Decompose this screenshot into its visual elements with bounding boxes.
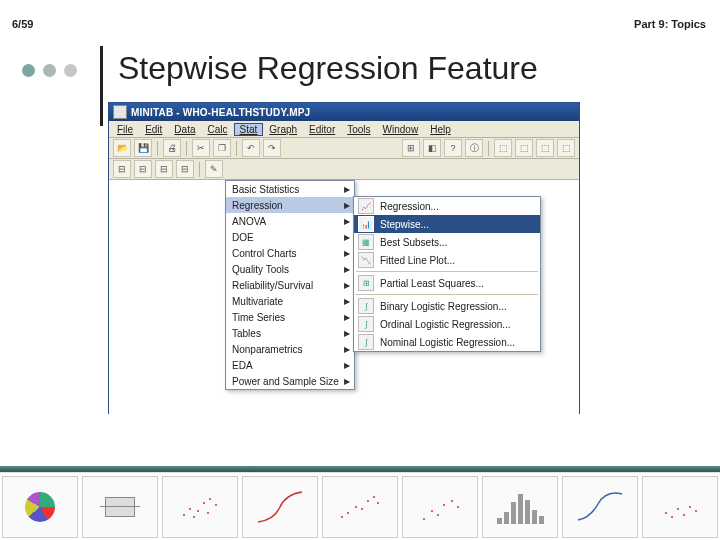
- menu-item-multivariate[interactable]: Multivariate▶: [226, 293, 354, 309]
- menu-label: Calc: [207, 124, 227, 135]
- chevron-right-icon: ▶: [344, 185, 350, 194]
- tool-icon[interactable]: ⬚: [536, 139, 554, 157]
- thumb-box: [82, 476, 158, 538]
- thumb-curve: [242, 476, 318, 538]
- chevron-right-icon: ▶: [344, 265, 350, 274]
- subsets-icon: ▦: [358, 234, 374, 250]
- menu-item-label: Multivariate: [232, 296, 283, 307]
- histogram-icon: [497, 490, 544, 524]
- tool-icon[interactable]: ⊞: [402, 139, 420, 157]
- logistic-icon: ∫: [358, 316, 374, 332]
- menu-editor[interactable]: Editor: [303, 123, 341, 136]
- menu-item-eda[interactable]: EDA▶: [226, 357, 354, 373]
- menu-label: Editor: [309, 124, 335, 135]
- submenu-item-fitted-line[interactable]: 📉Fitted Line Plot...: [354, 251, 540, 269]
- menu-item-power[interactable]: Power and Sample Size▶: [226, 373, 354, 389]
- menu-label: Stat: [240, 124, 258, 135]
- menu-item-label: Nonparametrics: [232, 344, 303, 355]
- submenu-item-label: Best Subsets...: [380, 237, 447, 248]
- submenu-item-label: Stepwise...: [380, 219, 429, 230]
- menu-item-nonparametrics[interactable]: Nonparametrics▶: [226, 341, 354, 357]
- chevron-right-icon: ▶: [344, 217, 350, 226]
- submenu-item-label: Partial Least Squares...: [380, 278, 484, 289]
- scatter-icon: [417, 490, 463, 524]
- menu-item-label: EDA: [232, 360, 253, 371]
- submenu-item-label: Binary Logistic Regression...: [380, 301, 507, 312]
- redo-icon[interactable]: ↷: [263, 139, 281, 157]
- menu-calc[interactable]: Calc: [201, 123, 233, 136]
- submenu-item-best-subsets[interactable]: ▦Best Subsets...: [354, 233, 540, 251]
- undo-icon[interactable]: ↶: [242, 139, 260, 157]
- scatter-icon: [657, 490, 703, 524]
- submenu-item-binary-logistic[interactable]: ∫Binary Logistic Regression...: [354, 297, 540, 315]
- tool-icon[interactable]: ◧: [423, 139, 441, 157]
- menu-item-tables[interactable]: Tables▶: [226, 325, 354, 341]
- submenu-item-label: Nominal Logistic Regression...: [380, 337, 515, 348]
- menu-item-quality-tools[interactable]: Quality Tools▶: [226, 261, 354, 277]
- toolbar-secondary: ⊟ ⊟ ⊟ ⊟ ✎: [109, 159, 579, 180]
- menu-file[interactable]: File: [111, 123, 139, 136]
- menu-item-control-charts[interactable]: Control Charts▶: [226, 245, 354, 261]
- tool-icon[interactable]: ⬚: [494, 139, 512, 157]
- separator: [356, 294, 538, 295]
- slide-title: Stepwise Regression Feature: [118, 50, 538, 87]
- menu-item-label: Power and Sample Size: [232, 376, 339, 387]
- tool-icon[interactable]: ⊟: [176, 160, 194, 178]
- submenu-item-stepwise[interactable]: 📊Stepwise...: [354, 215, 540, 233]
- tool-icon[interactable]: ⊟: [113, 160, 131, 178]
- menu-help[interactable]: Help: [424, 123, 457, 136]
- menu-item-label: Quality Tools: [232, 264, 289, 275]
- menu-label: Graph: [269, 124, 297, 135]
- save-icon[interactable]: 💾: [134, 139, 152, 157]
- stat-menu: Basic Statistics▶ Regression▶ ANOVA▶ DOE…: [225, 180, 355, 390]
- app-icon: [113, 105, 127, 119]
- submenu-item-regression[interactable]: 📈Regression...: [354, 197, 540, 215]
- menu-edit[interactable]: Edit: [139, 123, 168, 136]
- menu-item-label: ANOVA: [232, 216, 266, 227]
- menu-graph[interactable]: Graph: [263, 123, 303, 136]
- submenu-item-nominal-logistic[interactable]: ∫Nominal Logistic Regression...: [354, 333, 540, 351]
- open-icon[interactable]: 📂: [113, 139, 131, 157]
- menu-item-doe[interactable]: DOE▶: [226, 229, 354, 245]
- tool-icon[interactable]: ⬚: [515, 139, 533, 157]
- separator: [186, 141, 187, 156]
- line-plot-icon: 📉: [358, 252, 374, 268]
- tool-icon[interactable]: ⊟: [155, 160, 173, 178]
- menu-label: Window: [383, 124, 419, 135]
- menu-label: Tools: [347, 124, 370, 135]
- print-icon[interactable]: 🖨: [163, 139, 181, 157]
- scatter-icon: [337, 490, 383, 524]
- brush-icon[interactable]: ✎: [205, 160, 223, 178]
- tool-icon[interactable]: ⓘ: [465, 139, 483, 157]
- submenu-item-label: Regression...: [380, 201, 439, 212]
- minitab-window: MINITAB - WHO-HEALTHSTUDY.MPJ File Edit …: [108, 102, 580, 414]
- thumb-hist: [482, 476, 558, 538]
- thumb-scatter: [322, 476, 398, 538]
- help-icon[interactable]: ?: [444, 139, 462, 157]
- dot-icon: [43, 64, 56, 77]
- cut-icon[interactable]: ✂: [192, 139, 210, 157]
- chevron-right-icon: ▶: [344, 329, 350, 338]
- menu-data[interactable]: Data: [168, 123, 201, 136]
- menu-item-reliability[interactable]: Reliability/Survival▶: [226, 277, 354, 293]
- tool-icon[interactable]: ⬚: [557, 139, 575, 157]
- menu-item-regression[interactable]: Regression▶: [226, 197, 354, 213]
- submenu-item-pls[interactable]: ⊞Partial Least Squares...: [354, 274, 540, 292]
- menu-stat[interactable]: Stat: [234, 123, 264, 136]
- submenu-item-ordinal-logistic[interactable]: ∫Ordinal Logistic Regression...: [354, 315, 540, 333]
- window-titlebar[interactable]: MINITAB - WHO-HEALTHSTUDY.MPJ: [109, 103, 579, 121]
- logistic-icon: ∫: [358, 298, 374, 314]
- thumbnail-strip: [0, 472, 720, 540]
- menu-item-basic-statistics[interactable]: Basic Statistics▶: [226, 181, 354, 197]
- tool-icon[interactable]: ⊟: [134, 160, 152, 178]
- submenu-item-label: Fitted Line Plot...: [380, 255, 455, 266]
- copy-icon[interactable]: ❐: [213, 139, 231, 157]
- menubar: File Edit Data Calc Stat Graph Editor To…: [109, 121, 579, 138]
- menu-item-label: DOE: [232, 232, 254, 243]
- menu-tools[interactable]: Tools: [341, 123, 376, 136]
- menu-item-anova[interactable]: ANOVA▶: [226, 213, 354, 229]
- menu-item-time-series[interactable]: Time Series▶: [226, 309, 354, 325]
- separator: [488, 141, 489, 156]
- menu-item-label: Regression: [232, 200, 283, 211]
- menu-window[interactable]: Window: [377, 123, 425, 136]
